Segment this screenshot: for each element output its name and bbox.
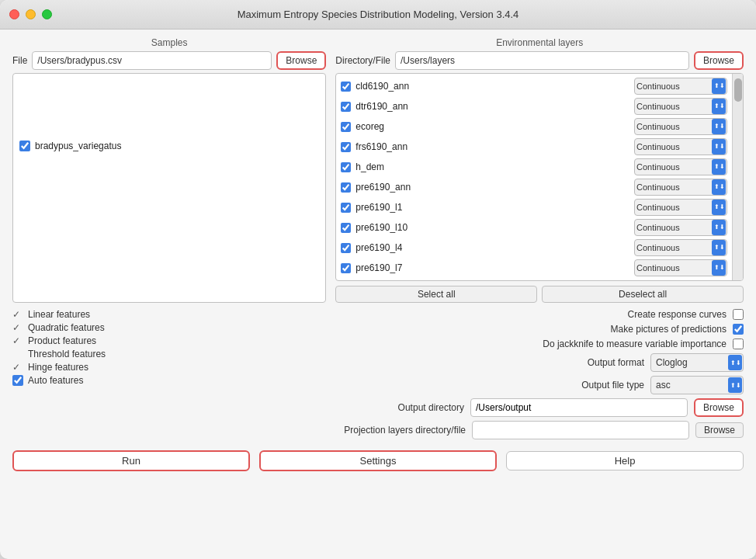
feature-item-0: ✓Linear features	[12, 309, 152, 320]
env-type-select-h_dem[interactable]: ContinuousCategorical	[634, 158, 727, 175]
feature-item-4: ✓Hinge features	[12, 362, 152, 373]
env-checkbox-frs6190_ann[interactable]	[341, 142, 351, 152]
env-item-pre6190_l7: pre6190_l7ContinuousCategorical	[338, 258, 730, 278]
proj-layers-browse-button[interactable]: Browse	[695, 422, 744, 438]
output-dir-row: Output directory /Users/output Browse	[289, 398, 744, 417]
env-checkbox-pre6190_l10[interactable]	[341, 223, 351, 233]
output-file-type-select-wrap: asc mxe grd bil	[650, 376, 744, 394]
output-format-select[interactable]: Cloglog Logistic Cumulative Raw	[650, 353, 744, 372]
sample-name-bradypus: bradypus_variegatus	[35, 141, 121, 151]
env-name-h_dem: h_dem	[355, 161, 629, 172]
env-browse-button[interactable]: Browse	[694, 51, 744, 70]
feature-item-1: ✓Quadratic features	[12, 322, 152, 333]
env-name-cld6190_ann: cld6190_ann	[355, 81, 629, 92]
env-item-pre6190_l10: pre6190_l10ContinuousCategorical	[338, 217, 730, 238]
samples-browse-button[interactable]: Browse	[276, 51, 326, 70]
help-btn-wrap: Help	[506, 451, 744, 470]
deselect-all-button[interactable]: Deselect all	[542, 286, 744, 303]
env-item-h_dem: h_demContinuousCategorical	[338, 157, 730, 177]
output-format-row: Output format Cloglog Logistic Cumulativ…	[289, 353, 744, 372]
env-name-pre6190_l7: pre6190_l7	[355, 262, 629, 273]
make-pictures-row: Make pictures of predictions	[289, 324, 744, 335]
output-format-select-wrap: Cloglog Logistic Cumulative Raw	[650, 353, 744, 372]
features-list: ✓Linear features✓Quadratic features✓Prod…	[12, 309, 152, 386]
output-file-type-select[interactable]: asc mxe grd bil	[650, 376, 744, 394]
env-type-wrap-cld6190_ann: ContinuousCategorical	[634, 78, 727, 95]
feature-checkbox-5[interactable]	[12, 375, 23, 386]
env-checkbox-pre6190_l4[interactable]	[341, 243, 351, 253]
make-pictures-checkbox[interactable]	[733, 324, 744, 335]
select-all-button[interactable]: Select all	[335, 286, 537, 303]
settings-button[interactable]: Settings	[259, 450, 497, 471]
traffic-lights	[9, 9, 52, 19]
env-type-select-cld6190_ann[interactable]: ContinuousCategorical	[634, 78, 727, 95]
env-checkbox-ecoreg[interactable]	[341, 122, 351, 132]
env-type-select-frs6190_ann[interactable]: ContinuousCategorical	[634, 138, 727, 155]
env-panel: Environmental layers Directory/File /Use…	[335, 37, 744, 303]
env-type-select-pre6190_l7[interactable]: ContinuousCategorical	[634, 259, 727, 276]
env-checkbox-pre6190_l7[interactable]	[341, 263, 351, 273]
output-dir-label: Output directory	[398, 402, 464, 413]
proj-layers-row: Projection layers directory/file Browse	[289, 421, 744, 439]
env-checkbox-dtr6190_ann[interactable]	[341, 102, 351, 112]
samples-list-box: bradypus_variegatus	[12, 73, 326, 303]
env-name-pre6190_l10: pre6190_l10	[355, 222, 629, 233]
env-type-select-pre6190_l10[interactable]: ContinuousCategorical	[634, 219, 727, 236]
create-response-row: Create response curves	[289, 309, 744, 320]
scrollbar-thumb	[734, 78, 742, 102]
env-item-pre6190_l4: pre6190_l4ContinuousCategorical	[338, 238, 730, 258]
env-checkbox-pre6190_l1[interactable]	[341, 203, 351, 213]
help-button[interactable]: Help	[506, 451, 744, 470]
env-list-items: cld6190_annContinuousCategoricaldtr6190_…	[336, 74, 732, 280]
feature-checkmark-2: ✓	[12, 335, 23, 346]
env-type-wrap-dtr6190_ann: ContinuousCategorical	[634, 98, 727, 115]
run-btn-wrap: Run	[12, 450, 250, 471]
env-type-select-ecoreg[interactable]: ContinuousCategorical	[634, 118, 727, 135]
env-type-select-pre6190_l1[interactable]: ContinuousCategorical	[634, 199, 727, 216]
run-button[interactable]: Run	[12, 450, 250, 471]
create-response-checkbox[interactable]	[733, 309, 744, 320]
output-format-label: Output format	[588, 357, 644, 368]
env-checkbox-pre6190_ann[interactable]	[341, 182, 351, 193]
sample-item-bradypus: bradypus_variegatus	[16, 139, 322, 153]
create-response-label: Create response curves	[628, 309, 727, 320]
env-type-wrap-pre6190_l7: ContinuousCategorical	[634, 259, 727, 276]
window-title: Maximum Entropy Species Distribution Mod…	[238, 9, 519, 20]
env-type-wrap-ecoreg: ContinuousCategorical	[634, 118, 727, 135]
env-scrollbar[interactable]	[732, 74, 743, 280]
output-dir-browse-button[interactable]: Browse	[694, 398, 744, 417]
minimize-button[interactable]	[26, 9, 36, 19]
env-name-frs6190_ann: frs6190_ann	[355, 141, 629, 152]
jackknife-checkbox[interactable]	[733, 339, 744, 349]
env-name-pre6190_l1: pre6190_l1	[355, 202, 629, 213]
samples-file-path: /Users/bradypus.csv	[32, 51, 272, 70]
env-type-wrap-pre6190_l4: ContinuousCategorical	[634, 239, 727, 256]
feature-checkmark-4: ✓	[12, 362, 23, 373]
env-actions: Select all Deselect all	[335, 286, 744, 303]
env-type-select-dtr6190_ann[interactable]: ContinuousCategorical	[634, 98, 727, 115]
title-bar: Maximum Entropy Species Distribution Mod…	[0, 0, 756, 30]
env-name-pre6190_ann: pre6190_ann	[355, 182, 629, 193]
feature-label-2: Product features	[28, 335, 96, 346]
sample-checkbox-bradypus[interactable]	[19, 141, 30, 151]
env-type-select-pre6190_l4[interactable]: ContinuousCategorical	[634, 239, 727, 256]
feature-label-1: Quadratic features	[28, 322, 105, 333]
output-dir-path: /Users/output	[470, 398, 688, 417]
env-type-select-pre6190_ann[interactable]: ContinuousCategorical	[634, 179, 727, 196]
feature-item-3: Threshold features	[12, 349, 152, 359]
env-dir-label: Directory/File	[335, 55, 390, 66]
maximize-button[interactable]	[42, 9, 52, 19]
env-item-dtr6190_ann: dtr6190_annContinuousCategorical	[338, 96, 730, 116]
env-checkbox-h_dem[interactable]	[341, 162, 351, 172]
env-item-cld6190_ann: cld6190_annContinuousCategorical	[338, 76, 730, 96]
env-checkbox-cld6190_ann[interactable]	[341, 82, 351, 92]
feature-item-2: ✓Product features	[12, 335, 152, 346]
samples-file-row: File /Users/bradypus.csv Browse	[12, 51, 326, 70]
bottom-buttons: Run Settings Help	[12, 446, 744, 474]
feature-label-0: Linear features	[28, 309, 90, 320]
feature-checkmark-0: ✓	[12, 309, 23, 320]
env-dir-path: /Users/layers	[395, 51, 689, 70]
close-button[interactable]	[9, 9, 19, 19]
env-type-wrap-pre6190_ann: ContinuousCategorical	[634, 179, 727, 196]
feature-label-4: Hinge features	[28, 362, 88, 373]
